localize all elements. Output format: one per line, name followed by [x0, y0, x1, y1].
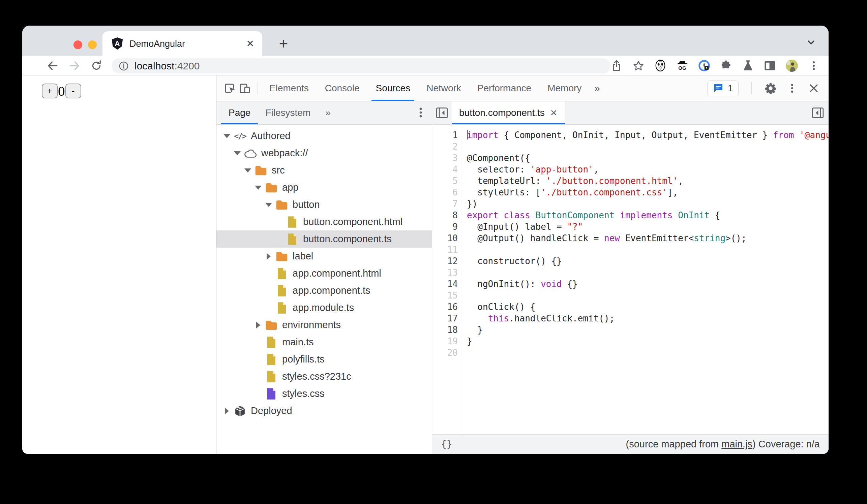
- line-number[interactable]: 8: [432, 210, 458, 221]
- side-panel-icon[interactable]: [764, 59, 776, 72]
- new-tab-button[interactable]: +: [272, 32, 295, 55]
- code-line[interactable]: ngOnInit(): void {}: [467, 278, 828, 290]
- devtools-tab-elements[interactable]: Elements: [261, 76, 317, 101]
- line-number[interactable]: 3: [432, 152, 458, 164]
- expanded-triangle-icon[interactable]: [263, 203, 275, 207]
- close-window-button[interactable]: [74, 41, 82, 49]
- tree-item-deployed[interactable]: Deployed: [216, 402, 432, 419]
- line-number[interactable]: 14: [432, 278, 458, 290]
- tab-search-chevron-icon[interactable]: [806, 37, 816, 48]
- line-number[interactable]: 7: [432, 198, 458, 210]
- line-number[interactable]: 2: [432, 141, 458, 152]
- forward-button[interactable]: [67, 58, 82, 73]
- line-number[interactable]: 17: [432, 313, 458, 324]
- profile-avatar[interactable]: [786, 59, 798, 72]
- line-number[interactable]: 6: [432, 187, 458, 198]
- tree-item-polyfills.ts[interactable]: polyfills.ts: [216, 351, 432, 368]
- line-number[interactable]: 15: [432, 290, 458, 301]
- code-line[interactable]: [467, 347, 828, 359]
- bookmark-star-icon[interactable]: [632, 59, 644, 72]
- tree-item-styles.css[interactable]: styles.css: [216, 385, 432, 402]
- hide-navigator-icon[interactable]: [432, 101, 452, 124]
- share-icon[interactable]: [610, 59, 623, 72]
- extensions-puzzle-icon[interactable]: [720, 59, 732, 72]
- line-number[interactable]: 5: [432, 175, 458, 187]
- expanded-triangle-icon[interactable]: [221, 134, 233, 138]
- code-lines[interactable]: import { Component, OnInit, Input, Outpu…: [462, 129, 828, 434]
- close-editor-tab-icon[interactable]: ✕: [550, 108, 558, 118]
- tree-item-authored[interactable]: </>Authored: [216, 127, 432, 144]
- code-line[interactable]: [467, 290, 828, 301]
- code-line[interactable]: }: [467, 324, 828, 336]
- collapsed-triangle-icon[interactable]: [221, 408, 233, 414]
- browser-tab[interactable]: A DemoAngular ✕: [103, 31, 262, 56]
- editor-tab-button-component-ts[interactable]: button.component.ts ✕: [452, 101, 565, 124]
- extension-flask-icon[interactable]: [742, 59, 754, 72]
- increment-button[interactable]: +: [42, 84, 58, 98]
- line-number[interactable]: 10: [432, 232, 458, 244]
- navigator-menu-icon[interactable]: [416, 106, 425, 119]
- decrement-button[interactable]: -: [65, 84, 81, 98]
- tree-item-button.component.ts[interactable]: button.component.ts: [216, 230, 432, 248]
- more-panels-chevron[interactable]: »: [590, 83, 605, 94]
- collapsed-triangle-icon[interactable]: [253, 322, 264, 328]
- code-line[interactable]: }: [467, 336, 828, 347]
- code-line[interactable]: import { Component, OnInit, Input, Outpu…: [467, 129, 828, 141]
- show-debugger-sidebar-icon[interactable]: [812, 101, 828, 124]
- tree-item-src[interactable]: src: [216, 162, 432, 179]
- tree-item-styles.css-231c[interactable]: styles.css?231c: [216, 368, 432, 385]
- code-line[interactable]: @Output() handleClick = new EventEmitter…: [467, 232, 828, 244]
- address-bar[interactable]: localhost:4200: [111, 58, 610, 74]
- reload-button[interactable]: [89, 58, 104, 73]
- line-number[interactable]: 12: [432, 255, 458, 267]
- code-line[interactable]: @Component({: [467, 152, 828, 164]
- devtools-tab-sources[interactable]: Sources: [367, 76, 418, 101]
- line-number[interactable]: 20: [432, 347, 458, 359]
- code-line[interactable]: }): [467, 198, 828, 210]
- minimize-window-button[interactable]: [88, 41, 97, 49]
- device-toolbar-icon[interactable]: [239, 82, 251, 94]
- line-number[interactable]: 18: [432, 324, 458, 336]
- code-line[interactable]: constructor() {}: [467, 255, 828, 267]
- devtools-tab-network[interactable]: Network: [418, 76, 469, 101]
- pretty-print-button[interactable]: {}: [441, 439, 452, 450]
- line-number[interactable]: 9: [432, 221, 458, 232]
- code-editor[interactable]: 1234567891011121314151617181920 import {…: [432, 125, 828, 434]
- collapsed-triangle-icon[interactable]: [263, 253, 275, 260]
- code-line[interactable]: [467, 141, 828, 152]
- source-map-link[interactable]: main.js: [721, 439, 752, 449]
- more-navigator-tabs-chevron[interactable]: »: [318, 101, 338, 124]
- site-info-icon[interactable]: [118, 61, 129, 72]
- tree-item-button[interactable]: button: [216, 196, 432, 213]
- expanded-triangle-icon[interactable]: [232, 151, 243, 155]
- tree-item-webpack-[interactable]: webpack://: [216, 144, 432, 162]
- line-number[interactable]: 1: [432, 129, 458, 141]
- devtools-menu-icon[interactable]: [786, 82, 798, 94]
- devtools-tab-console[interactable]: Console: [317, 76, 368, 101]
- settings-gear-icon[interactable]: [764, 82, 777, 94]
- line-number[interactable]: 19: [432, 336, 458, 347]
- code-line[interactable]: onClick() {: [467, 301, 828, 313]
- expanded-triangle-icon[interactable]: [242, 168, 254, 173]
- expanded-triangle-icon[interactable]: [253, 186, 264, 190]
- tab-page[interactable]: Page: [221, 101, 258, 124]
- code-line[interactable]: templateUrl: './button.component.html',: [467, 175, 828, 187]
- extension-mask-icon[interactable]: [654, 59, 666, 72]
- tree-item-main.ts[interactable]: main.ts: [216, 333, 432, 351]
- tree-item-app.module.ts[interactable]: app.module.ts: [216, 299, 432, 316]
- line-number[interactable]: 13: [432, 267, 458, 278]
- line-number[interactable]: 11: [432, 244, 458, 255]
- browser-menu-icon[interactable]: [808, 59, 820, 72]
- close-devtools-icon[interactable]: [808, 82, 820, 94]
- line-number[interactable]: 16: [432, 301, 458, 313]
- code-line[interactable]: [467, 267, 828, 278]
- extension-password-manager-icon[interactable]: [698, 59, 710, 72]
- tab-close-icon[interactable]: ✕: [246, 39, 254, 48]
- tree-item-environments[interactable]: environments: [216, 316, 432, 333]
- code-line[interactable]: styleUrls: ['./button.component.css'],: [467, 187, 828, 198]
- devtools-tab-performance[interactable]: Performance: [469, 76, 539, 101]
- code-line[interactable]: this.handleClick.emit();: [467, 313, 828, 324]
- tree-item-button.component.html[interactable]: button.component.html: [216, 213, 432, 230]
- code-line[interactable]: [467, 244, 828, 255]
- back-button[interactable]: [45, 58, 60, 73]
